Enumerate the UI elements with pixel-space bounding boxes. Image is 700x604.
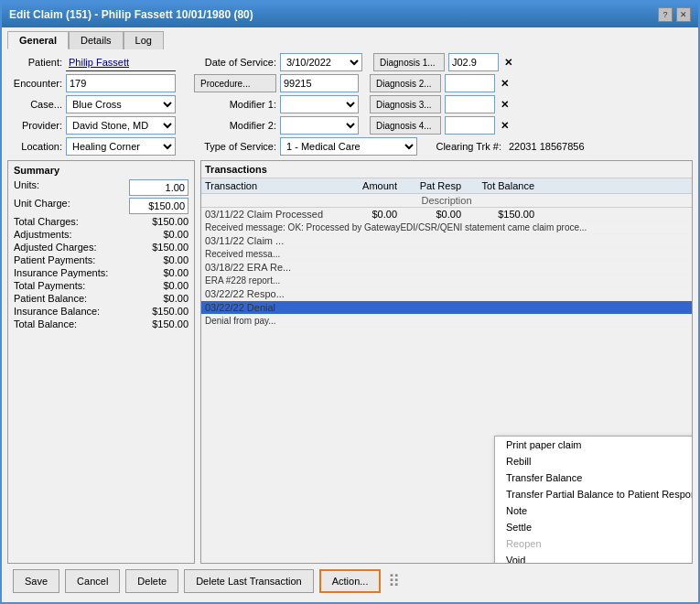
col-totbalance: Tot Balance bbox=[461, 180, 534, 191]
diag2-input[interactable] bbox=[445, 74, 495, 92]
menu-item-label: Rebill bbox=[506, 456, 532, 467]
patient-label: Patient: bbox=[7, 57, 62, 68]
tab-log[interactable]: Log bbox=[124, 31, 164, 49]
summary-total-payments: Total Payments: $0.00 bbox=[14, 280, 188, 291]
col-transaction: Transaction bbox=[205, 180, 333, 191]
trans-desc-3: ERA #228 report... bbox=[201, 275, 692, 287]
trans-balance bbox=[461, 235, 534, 246]
summary-units: Units: bbox=[14, 179, 188, 196]
trans-patresp bbox=[397, 235, 461, 246]
trans-patresp bbox=[397, 288, 461, 299]
summary-total-charges: Total Charges: $150.00 bbox=[14, 216, 188, 227]
trans-desc-5: Denial from pay... bbox=[201, 315, 692, 328]
delete-button[interactable]: Delete bbox=[125, 569, 178, 593]
table-row[interactable]: 03/11/22 Claim Processed $0.00 $0.00 $15… bbox=[201, 208, 692, 221]
dos-select[interactable]: 3/10/2022 bbox=[280, 53, 362, 71]
menu-transfer-balance[interactable]: Transfer Balance Ctrl+T bbox=[495, 469, 693, 486]
trans-desc-2: Received messa... bbox=[201, 248, 692, 261]
diag3-button[interactable]: Diagnosis 3... bbox=[370, 95, 441, 113]
trans-balance: $150.00 bbox=[461, 209, 534, 220]
context-menu: Print paper claim Ctrl+F Rebill Ctrl+R T… bbox=[494, 436, 693, 564]
procedure-button[interactable]: Procedure... bbox=[194, 74, 276, 92]
diag4-button[interactable]: Diagnosis 4... bbox=[370, 116, 441, 135]
encounter-input[interactable] bbox=[66, 74, 176, 92]
unit-charge-input[interactable] bbox=[129, 198, 188, 214]
action-button[interactable]: Action... bbox=[319, 569, 382, 593]
diag1-button[interactable]: Diagnosis 1... bbox=[373, 53, 445, 71]
total-payments-value: $0.00 bbox=[163, 280, 188, 291]
insurance-balance-label: Insurance Balance: bbox=[14, 306, 100, 317]
type-label: Type of Service: bbox=[194, 141, 276, 152]
question-button[interactable]: ? bbox=[658, 7, 673, 22]
diag1-clear[interactable]: ✕ bbox=[502, 57, 514, 69]
menu-rebill[interactable]: Rebill Ctrl+R bbox=[495, 453, 693, 469]
provider-label: Provider: bbox=[7, 120, 62, 131]
menu-item-label: Reopen bbox=[506, 538, 542, 549]
diag4-clear[interactable]: ✕ bbox=[499, 120, 511, 132]
form-row-5: Location: Healing Corner Type of Service… bbox=[7, 137, 693, 156]
menu-note[interactable]: Note Ctrl+N bbox=[495, 502, 693, 519]
tab-general[interactable]: General bbox=[7, 31, 69, 49]
trans-date: 03/18/22 ERA Re... bbox=[205, 262, 333, 273]
menu-settle[interactable]: Settle Ctrl+S bbox=[495, 519, 693, 535]
diag1-input[interactable] bbox=[448, 53, 499, 71]
table-row[interactable]: 03/22/22 Denial bbox=[201, 301, 692, 315]
location-select[interactable]: Healing Corner bbox=[66, 137, 176, 156]
table-row[interactable]: 03/22/22 Respo... bbox=[201, 287, 692, 301]
patient-payments-label: Patient Payments: bbox=[14, 254, 95, 265]
title-bar: Edit Claim (151) - Philip Fassett 10/01/… bbox=[2, 2, 698, 27]
title-controls: ? ✕ bbox=[658, 7, 691, 22]
encounter-label: Encounter: bbox=[7, 78, 62, 89]
modifier2-select[interactable] bbox=[280, 116, 359, 135]
case-label: Case... bbox=[7, 99, 62, 110]
type-select[interactable]: 1 - Medical Care bbox=[280, 137, 417, 156]
trans-balance bbox=[461, 288, 534, 299]
transactions-title: Transactions bbox=[201, 161, 692, 178]
unit-charge-label: Unit Charge: bbox=[14, 198, 70, 214]
summary-insurance-balance: Insurance Balance: $150.00 bbox=[14, 306, 188, 317]
trans-amount bbox=[333, 235, 397, 246]
patient-balance-label: Patient Balance: bbox=[14, 293, 87, 304]
insurance-payments-value: $0.00 bbox=[163, 267, 188, 278]
main-area: Summary Units: Unit Charge: Total Charge… bbox=[7, 160, 693, 564]
tab-details[interactable]: Details bbox=[69, 31, 124, 49]
form-row-2: Encounter: Procedure... Diagnosis 2... ✕ bbox=[7, 74, 693, 92]
provider-select[interactable]: David Stone, MD bbox=[66, 116, 176, 135]
menu-transfer-partial[interactable]: Transfer Partial Balance to Patient Resp… bbox=[495, 486, 693, 502]
dos-label: Date of Service: bbox=[194, 57, 276, 68]
trans-patresp bbox=[397, 262, 461, 273]
cancel-button[interactable]: Cancel bbox=[65, 569, 120, 593]
diag3-clear[interactable]: ✕ bbox=[499, 99, 511, 111]
total-balance-value: $150.00 bbox=[152, 318, 188, 329]
patient-input[interactable] bbox=[66, 53, 176, 71]
table-row[interactable]: 03/11/22 Claim ... bbox=[201, 234, 692, 248]
close-button[interactable]: ✕ bbox=[676, 7, 691, 22]
location-label: Location: bbox=[7, 141, 62, 152]
trans-date: 03/22/22 Respo... bbox=[205, 288, 333, 299]
modifier1-select[interactable] bbox=[280, 95, 359, 113]
procedure-input[interactable] bbox=[280, 74, 359, 92]
menu-void[interactable]: Void Ctrl+O bbox=[495, 552, 693, 564]
main-window: Edit Claim (151) - Philip Fassett 10/01/… bbox=[0, 0, 700, 604]
insurance-payments-label: Insurance Payments: bbox=[14, 267, 108, 278]
bottom-bar: Save Cancel Delete Delete Last Transacti… bbox=[7, 564, 693, 599]
modifier2-label: Modifier 2: bbox=[194, 120, 276, 131]
transactions-header: Transaction Amount Pat Resp Tot Balance bbox=[201, 178, 692, 194]
table-row[interactable]: 03/18/22 ERA Re... bbox=[201, 261, 692, 275]
total-payments-label: Total Payments: bbox=[14, 280, 85, 291]
case-select[interactable]: Blue Cross bbox=[66, 95, 176, 113]
diag4-input[interactable] bbox=[445, 116, 495, 135]
summary-adjusted-charges: Adjusted Charges: $150.00 bbox=[14, 242, 188, 253]
form-row-3: Case... Blue Cross Modifier 1: Diagnosis… bbox=[7, 95, 693, 113]
diag2-button[interactable]: Diagnosis 2... bbox=[370, 74, 441, 92]
summary-patient-balance: Patient Balance: $0.00 bbox=[14, 293, 188, 304]
menu-print-paper-claim[interactable]: Print paper claim Ctrl+F bbox=[495, 437, 693, 453]
delete-last-button[interactable]: Delete Last Transaction bbox=[184, 569, 314, 593]
patient-balance-value: $0.00 bbox=[163, 293, 188, 304]
diag3-input[interactable] bbox=[445, 95, 495, 113]
modifier1-label: Modifier 1: bbox=[194, 99, 276, 110]
trans-amount bbox=[333, 302, 397, 313]
diag2-clear[interactable]: ✕ bbox=[499, 78, 511, 90]
save-button[interactable]: Save bbox=[13, 569, 59, 593]
units-input[interactable] bbox=[129, 179, 188, 196]
